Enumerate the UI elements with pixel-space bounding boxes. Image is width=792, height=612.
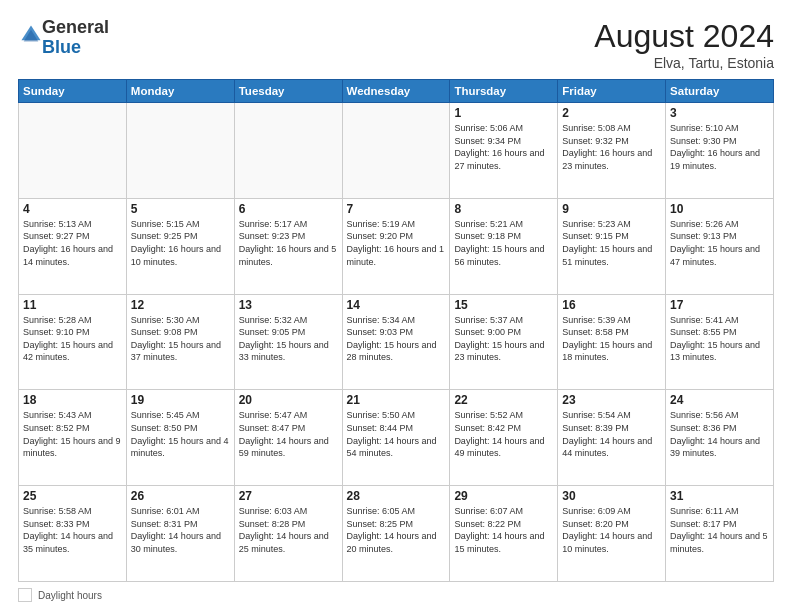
header-tuesday: Tuesday <box>234 80 342 103</box>
table-row <box>126 103 234 199</box>
day-info: Sunrise: 5:23 AM Sunset: 9:15 PM Dayligh… <box>562 218 661 268</box>
day-info: Sunrise: 5:43 AM Sunset: 8:52 PM Dayligh… <box>23 409 122 459</box>
day-number: 15 <box>454 298 553 312</box>
table-row: 21Sunrise: 5:50 AM Sunset: 8:44 PM Dayli… <box>342 390 450 486</box>
day-info: Sunrise: 6:05 AM Sunset: 8:25 PM Dayligh… <box>347 505 446 555</box>
table-row: 16Sunrise: 5:39 AM Sunset: 8:58 PM Dayli… <box>558 294 666 390</box>
day-info: Sunrise: 5:26 AM Sunset: 9:13 PM Dayligh… <box>670 218 769 268</box>
header-sunday: Sunday <box>19 80 127 103</box>
table-row <box>234 103 342 199</box>
day-number: 23 <box>562 393 661 407</box>
day-number: 26 <box>131 489 230 503</box>
header-friday: Friday <box>558 80 666 103</box>
calendar-week-row: 4Sunrise: 5:13 AM Sunset: 9:27 PM Daylig… <box>19 198 774 294</box>
table-row: 8Sunrise: 5:21 AM Sunset: 9:18 PM Daylig… <box>450 198 558 294</box>
day-number: 5 <box>131 202 230 216</box>
day-info: Sunrise: 5:37 AM Sunset: 9:00 PM Dayligh… <box>454 314 553 364</box>
calendar-week-row: 25Sunrise: 5:58 AM Sunset: 8:33 PM Dayli… <box>19 486 774 582</box>
day-number: 2 <box>562 106 661 120</box>
day-number: 12 <box>131 298 230 312</box>
day-number: 9 <box>562 202 661 216</box>
table-row: 26Sunrise: 6:01 AM Sunset: 8:31 PM Dayli… <box>126 486 234 582</box>
day-number: 4 <box>23 202 122 216</box>
day-number: 22 <box>454 393 553 407</box>
table-row <box>342 103 450 199</box>
day-number: 6 <box>239 202 338 216</box>
day-number: 29 <box>454 489 553 503</box>
day-info: Sunrise: 5:39 AM Sunset: 8:58 PM Dayligh… <box>562 314 661 364</box>
table-row: 4Sunrise: 5:13 AM Sunset: 9:27 PM Daylig… <box>19 198 127 294</box>
day-number: 18 <box>23 393 122 407</box>
day-info: Sunrise: 5:30 AM Sunset: 9:08 PM Dayligh… <box>131 314 230 364</box>
day-number: 28 <box>347 489 446 503</box>
table-row: 23Sunrise: 5:54 AM Sunset: 8:39 PM Dayli… <box>558 390 666 486</box>
day-number: 14 <box>347 298 446 312</box>
logo-general-text: General <box>42 18 109 38</box>
day-info: Sunrise: 6:09 AM Sunset: 8:20 PM Dayligh… <box>562 505 661 555</box>
day-number: 24 <box>670 393 769 407</box>
header: General Blue August 2024 Elva, Tartu, Es… <box>18 18 774 71</box>
header-wednesday: Wednesday <box>342 80 450 103</box>
calendar-table: Sunday Monday Tuesday Wednesday Thursday… <box>18 79 774 582</box>
day-info: Sunrise: 5:06 AM Sunset: 9:34 PM Dayligh… <box>454 122 553 172</box>
table-row: 7Sunrise: 5:19 AM Sunset: 9:20 PM Daylig… <box>342 198 450 294</box>
table-row: 25Sunrise: 5:58 AM Sunset: 8:33 PM Dayli… <box>19 486 127 582</box>
table-row: 28Sunrise: 6:05 AM Sunset: 8:25 PM Dayli… <box>342 486 450 582</box>
table-row: 31Sunrise: 6:11 AM Sunset: 8:17 PM Dayli… <box>666 486 774 582</box>
table-row: 24Sunrise: 5:56 AM Sunset: 8:36 PM Dayli… <box>666 390 774 486</box>
table-row: 19Sunrise: 5:45 AM Sunset: 8:50 PM Dayli… <box>126 390 234 486</box>
day-info: Sunrise: 6:01 AM Sunset: 8:31 PM Dayligh… <box>131 505 230 555</box>
day-number: 10 <box>670 202 769 216</box>
logo-blue-text: Blue <box>42 38 109 58</box>
day-info: Sunrise: 5:32 AM Sunset: 9:05 PM Dayligh… <box>239 314 338 364</box>
daylight-label: Daylight hours <box>38 590 102 601</box>
day-number: 16 <box>562 298 661 312</box>
day-number: 8 <box>454 202 553 216</box>
table-row: 17Sunrise: 5:41 AM Sunset: 8:55 PM Dayli… <box>666 294 774 390</box>
day-number: 13 <box>239 298 338 312</box>
calendar-week-row: 18Sunrise: 5:43 AM Sunset: 8:52 PM Dayli… <box>19 390 774 486</box>
table-row: 10Sunrise: 5:26 AM Sunset: 9:13 PM Dayli… <box>666 198 774 294</box>
header-thursday: Thursday <box>450 80 558 103</box>
day-info: Sunrise: 5:56 AM Sunset: 8:36 PM Dayligh… <box>670 409 769 459</box>
table-row: 18Sunrise: 5:43 AM Sunset: 8:52 PM Dayli… <box>19 390 127 486</box>
table-row: 22Sunrise: 5:52 AM Sunset: 8:42 PM Dayli… <box>450 390 558 486</box>
calendar-week-row: 1Sunrise: 5:06 AM Sunset: 9:34 PM Daylig… <box>19 103 774 199</box>
daylight-legend-box <box>18 588 32 602</box>
day-number: 20 <box>239 393 338 407</box>
day-number: 11 <box>23 298 122 312</box>
page: General Blue August 2024 Elva, Tartu, Es… <box>0 0 792 612</box>
header-monday: Monday <box>126 80 234 103</box>
day-number: 30 <box>562 489 661 503</box>
title-block: August 2024 Elva, Tartu, Estonia <box>594 18 774 71</box>
table-row: 2Sunrise: 5:08 AM Sunset: 9:32 PM Daylig… <box>558 103 666 199</box>
day-number: 3 <box>670 106 769 120</box>
day-number: 17 <box>670 298 769 312</box>
day-info: Sunrise: 5:34 AM Sunset: 9:03 PM Dayligh… <box>347 314 446 364</box>
day-info: Sunrise: 6:03 AM Sunset: 8:28 PM Dayligh… <box>239 505 338 555</box>
days-header-row: Sunday Monday Tuesday Wednesday Thursday… <box>19 80 774 103</box>
day-info: Sunrise: 5:54 AM Sunset: 8:39 PM Dayligh… <box>562 409 661 459</box>
table-row: 12Sunrise: 5:30 AM Sunset: 9:08 PM Dayli… <box>126 294 234 390</box>
location-subtitle: Elva, Tartu, Estonia <box>594 55 774 71</box>
table-row <box>19 103 127 199</box>
footer: Daylight hours <box>18 588 774 602</box>
day-info: Sunrise: 5:15 AM Sunset: 9:25 PM Dayligh… <box>131 218 230 268</box>
table-row: 5Sunrise: 5:15 AM Sunset: 9:25 PM Daylig… <box>126 198 234 294</box>
table-row: 27Sunrise: 6:03 AM Sunset: 8:28 PM Dayli… <box>234 486 342 582</box>
table-row: 14Sunrise: 5:34 AM Sunset: 9:03 PM Dayli… <box>342 294 450 390</box>
day-number: 27 <box>239 489 338 503</box>
table-row: 1Sunrise: 5:06 AM Sunset: 9:34 PM Daylig… <box>450 103 558 199</box>
day-info: Sunrise: 5:50 AM Sunset: 8:44 PM Dayligh… <box>347 409 446 459</box>
day-info: Sunrise: 5:41 AM Sunset: 8:55 PM Dayligh… <box>670 314 769 364</box>
day-info: Sunrise: 5:08 AM Sunset: 9:32 PM Dayligh… <box>562 122 661 172</box>
day-info: Sunrise: 5:19 AM Sunset: 9:20 PM Dayligh… <box>347 218 446 268</box>
day-number: 25 <box>23 489 122 503</box>
day-number: 31 <box>670 489 769 503</box>
header-saturday: Saturday <box>666 80 774 103</box>
table-row: 11Sunrise: 5:28 AM Sunset: 9:10 PM Dayli… <box>19 294 127 390</box>
table-row: 20Sunrise: 5:47 AM Sunset: 8:47 PM Dayli… <box>234 390 342 486</box>
month-year-title: August 2024 <box>594 18 774 55</box>
day-number: 1 <box>454 106 553 120</box>
calendar-week-row: 11Sunrise: 5:28 AM Sunset: 9:10 PM Dayli… <box>19 294 774 390</box>
